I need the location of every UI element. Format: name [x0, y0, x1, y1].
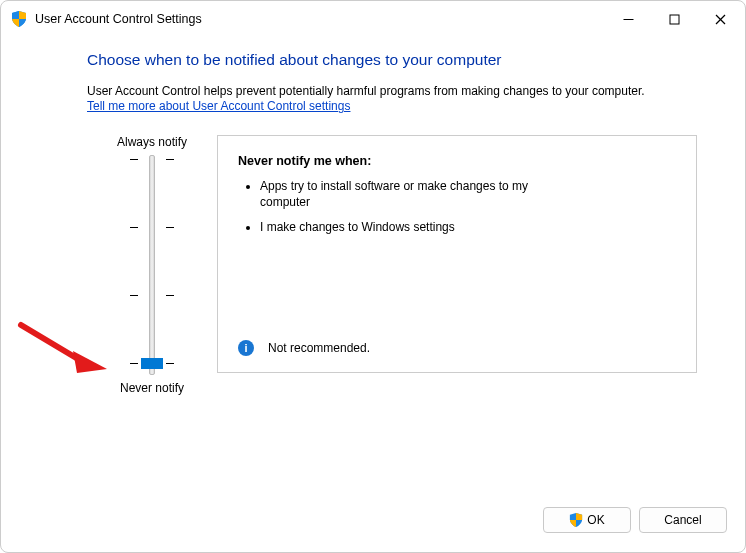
- page-heading: Choose when to be notified about changes…: [87, 51, 697, 69]
- slider-tick: [166, 227, 174, 228]
- panel-bullet-list: Apps try to install software or make cha…: [260, 178, 676, 235]
- window-controls: [605, 4, 743, 34]
- slider-column: Always notify Never notify: [87, 135, 217, 395]
- learn-more-link[interactable]: Tell me more about User Account Control …: [87, 99, 350, 113]
- content-area: Choose when to be notified about changes…: [1, 37, 745, 500]
- svg-rect-1: [670, 15, 679, 24]
- panel-footer: i Not recommended.: [238, 340, 370, 356]
- recommendation-text: Not recommended.: [268, 341, 370, 355]
- slider-tick: [166, 159, 174, 160]
- svg-marker-5: [73, 351, 107, 373]
- annotation-arrow-icon: [13, 317, 113, 377]
- main-row: Always notify Never notify: [87, 135, 697, 395]
- maximize-button[interactable]: [651, 4, 697, 34]
- slider-tick: [130, 295, 138, 296]
- slider-track: [149, 155, 155, 375]
- slider-bottom-label: Never notify: [120, 381, 184, 395]
- slider-top-label: Always notify: [117, 135, 187, 149]
- slider-tick: [130, 363, 138, 364]
- slider-tick: [130, 159, 138, 160]
- panel-bullet: Apps try to install software or make cha…: [260, 178, 550, 210]
- button-bar: OK Cancel: [1, 500, 745, 552]
- titlebar: User Account Control Settings: [1, 1, 745, 37]
- slider-tick: [166, 295, 174, 296]
- window-title: User Account Control Settings: [35, 12, 202, 26]
- ok-button[interactable]: OK: [543, 507, 631, 533]
- details-panel: Never notify me when: Apps try to instal…: [217, 135, 697, 373]
- svg-line-4: [21, 325, 83, 362]
- panel-title: Never notify me when:: [238, 154, 676, 168]
- slider-thumb[interactable]: [141, 358, 163, 369]
- page-description: User Account Control helps prevent poten…: [87, 83, 697, 99]
- slider-tick: [166, 363, 174, 364]
- cancel-button[interactable]: Cancel: [639, 507, 727, 533]
- uac-shield-icon: [569, 513, 583, 527]
- info-icon: i: [238, 340, 254, 356]
- uac-shield-icon: [11, 11, 27, 27]
- panel-bullet: I make changes to Windows settings: [260, 219, 550, 235]
- minimize-button[interactable]: [605, 4, 651, 34]
- ok-button-label: OK: [587, 513, 604, 527]
- cancel-button-label: Cancel: [664, 513, 701, 527]
- slider-tick: [130, 227, 138, 228]
- notification-slider[interactable]: [122, 155, 182, 375]
- close-button[interactable]: [697, 4, 743, 34]
